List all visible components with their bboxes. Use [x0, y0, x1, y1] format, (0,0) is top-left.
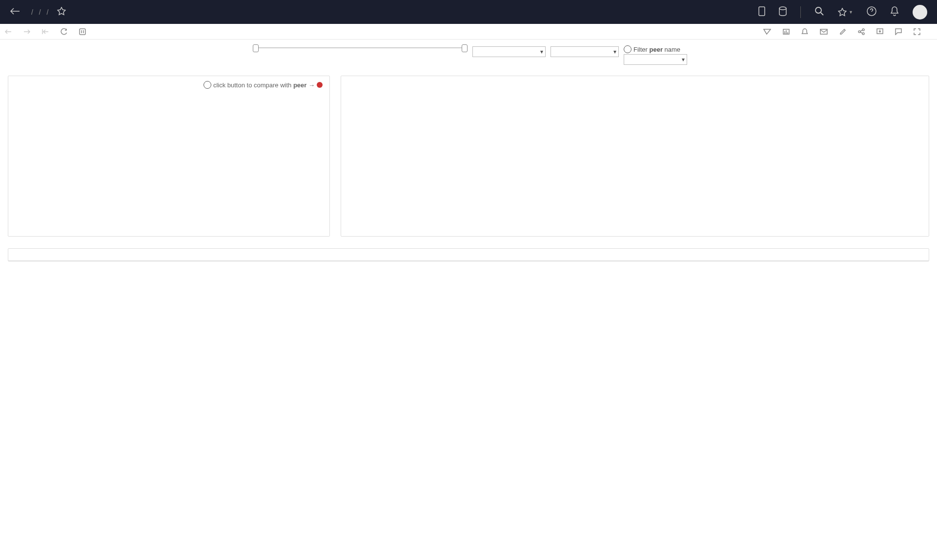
comments-button[interactable] — [895, 28, 905, 35]
undo-button[interactable] — [5, 29, 15, 34]
alerts-button[interactable] — [801, 28, 811, 35]
col-change — [239, 249, 348, 260]
col-daily — [348, 249, 929, 260]
toolbar — [0, 24, 937, 40]
svg-point-8 — [862, 29, 864, 31]
weekly-score-card — [341, 76, 929, 237]
user-avatar[interactable] — [913, 5, 927, 20]
notification-bell-icon[interactable] — [890, 6, 899, 18]
pillar-headers — [8, 249, 929, 261]
peer-select[interactable] — [624, 54, 687, 65]
help-icon[interactable] — [867, 6, 876, 18]
contract-filter — [472, 45, 546, 57]
header-row: Filter peer name — [0, 40, 937, 65]
compare-peer-button[interactable] — [317, 82, 323, 88]
fullscreen-button[interactable] — [914, 28, 923, 35]
svg-rect-0 — [759, 7, 765, 16]
favorite-star-icon[interactable] — [57, 7, 66, 18]
svg-point-7 — [858, 31, 860, 33]
subscribe-button[interactable] — [820, 29, 831, 35]
edit-button[interactable] — [839, 28, 849, 35]
top-navbar: / / / ▼ — [0, 0, 937, 24]
breadcrumb: / / / — [29, 8, 50, 16]
name-select[interactable] — [550, 46, 619, 57]
refresh-button[interactable] — [61, 28, 70, 35]
revert-button[interactable] — [42, 29, 52, 35]
ssi-score-card: click button to compare with peer → — [8, 76, 330, 237]
data-details-button[interactable] — [763, 29, 774, 35]
separator — [800, 6, 801, 18]
svg-point-2 — [815, 7, 821, 13]
database-icon[interactable] — [779, 6, 787, 18]
device-icon[interactable] — [758, 6, 765, 18]
search-icon[interactable] — [815, 6, 824, 18]
star-dropdown-icon[interactable]: ▼ — [838, 8, 853, 17]
step-badge-2 — [624, 45, 631, 53]
recorded-at-filter — [253, 45, 468, 48]
svg-point-9 — [862, 33, 864, 35]
pause-button[interactable] — [79, 28, 89, 35]
peer-filter-label: Filter peer name — [624, 45, 687, 53]
pillars-table — [8, 248, 929, 261]
svg-rect-6 — [820, 29, 827, 34]
svg-point-1 — [779, 7, 786, 10]
date-range-slider[interactable] — [256, 47, 465, 48]
col-pillar — [8, 249, 123, 260]
contract-select[interactable] — [472, 46, 546, 57]
peer-filter: Filter peer name — [624, 45, 687, 65]
share-button[interactable] — [858, 28, 868, 35]
subtitle — [0, 65, 937, 76]
redo-button[interactable] — [23, 29, 33, 34]
col-score — [123, 249, 239, 260]
view-button[interactable] — [783, 29, 793, 35]
name-filter — [550, 45, 619, 57]
weekly-line-chart[interactable] — [348, 90, 922, 221]
svg-rect-4 — [80, 29, 85, 35]
back-icon[interactable] — [10, 7, 20, 17]
download-button[interactable] — [876, 28, 886, 35]
step-badge-1 — [204, 81, 211, 89]
ssi-donut-chart[interactable] — [15, 98, 323, 229]
compare-hint: click button to compare with peer → — [204, 81, 323, 89]
